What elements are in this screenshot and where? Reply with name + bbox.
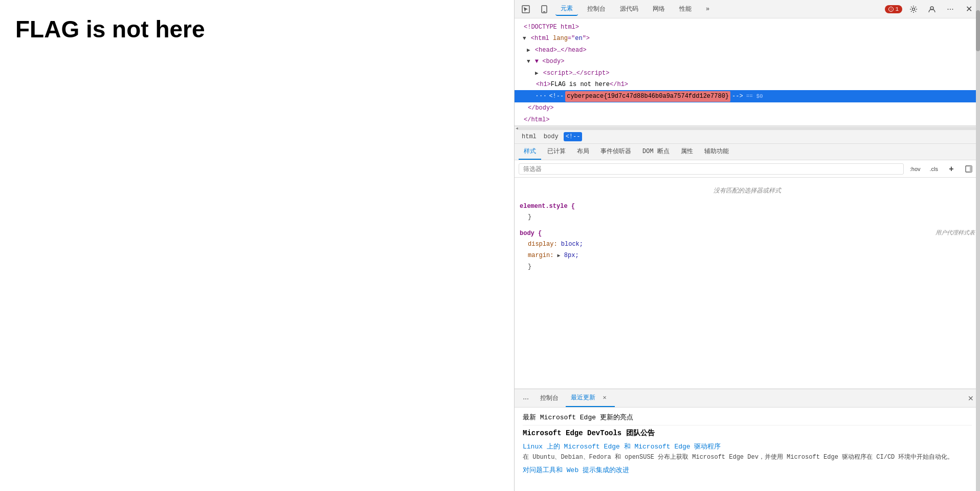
element-style-close: } bbox=[520, 212, 975, 223]
devtools-tab-performance[interactable]: 性能 bbox=[674, 3, 697, 15]
filter-cls-btn[interactable]: .cls bbox=[927, 165, 942, 173]
flag-value: cyberpeace{19d7c47d88b46b0a9a7574fdd12e7… bbox=[565, 91, 730, 101]
style-tab-dom-breakpoints[interactable]: DOM 断点 bbox=[637, 144, 675, 160]
edge-link-linux-desc: 在 Ubuntu、Debian、Fedora 和 openSUSE 分布上获取 … bbox=[523, 453, 972, 461]
devtools-toolbar: 元素 控制台 源代码 网络 性能 » ! 1 ··· ✕ bbox=[515, 0, 980, 18]
style-tab-computed[interactable]: 已计算 bbox=[542, 144, 571, 160]
main-page-content: FLAG is not here bbox=[0, 0, 514, 491]
element-style-rule: element.style { } bbox=[520, 201, 975, 223]
style-tab-styles[interactable]: 样式 bbox=[519, 144, 541, 160]
error-badge[interactable]: ! 1 bbox=[885, 5, 902, 13]
close-devtools-button[interactable]: ✕ bbox=[962, 2, 976, 16]
body-style-rule: body { 用户代理样式表 display: block; margin: ▶… bbox=[520, 228, 975, 272]
body-style-display[interactable]: display: block; bbox=[520, 239, 975, 250]
body-style-close: } bbox=[520, 262, 975, 273]
devtools-tab-elements[interactable]: 元素 bbox=[555, 2, 578, 16]
style-tabs: 样式 已计算 布局 事件侦听器 DOM 断点 属性 辅助功能 bbox=[515, 144, 980, 160]
inspect-element-icon[interactable] bbox=[519, 2, 533, 16]
devtools-panel: 元素 控制台 源代码 网络 性能 » ! 1 ··· ✕ <!DOCTYPE h… bbox=[514, 0, 980, 491]
edge-link-linux[interactable]: Linux 上的 Microsoft Edge 和 Microsoft Edge… bbox=[523, 443, 721, 451]
right-scrollbar-thumb[interactable] bbox=[976, 10, 980, 51]
add-style-rule-btn[interactable]: + bbox=[944, 162, 959, 176]
body-style-source: 用户代理样式表 bbox=[542, 228, 975, 240]
breadcrumb-comment[interactable]: <!-- bbox=[564, 132, 583, 141]
device-emulation-icon[interactable] bbox=[537, 2, 551, 16]
devtools-tab-sources[interactable]: 源代码 bbox=[615, 3, 643, 15]
dom-breadcrumb: html body <!-- bbox=[515, 130, 980, 144]
devtools-tab-more[interactable]: » bbox=[701, 4, 715, 15]
bottom-panel: ··· 控制台 最近更新 ✕ ✕ 最新 Microsoft Edge 更新的亮点… bbox=[515, 389, 980, 491]
element-style-selector[interactable]: element.style { bbox=[520, 201, 975, 212]
bottom-more-btn[interactable]: ··· bbox=[519, 391, 533, 405]
error-count: 1 bbox=[895, 6, 899, 12]
dom-dots-btn[interactable]: ··· bbox=[535, 91, 547, 102]
devtools-tab-console[interactable]: 控制台 bbox=[582, 3, 611, 15]
svg-rect-8 bbox=[970, 166, 972, 172]
style-tab-properties[interactable]: 属性 bbox=[676, 144, 698, 160]
no-match-message: 没有匹配的选择器或样式 bbox=[520, 182, 975, 201]
bottom-tab-console[interactable]: 控制台 bbox=[535, 391, 564, 405]
body-style-selector-row[interactable]: body { 用户代理样式表 bbox=[520, 228, 975, 240]
dom-comment-selected[interactable]: ··· <!-- cyberpeace{19d7c47d88b46b0a9a75… bbox=[515, 90, 980, 102]
dom-doctype[interactable]: <!DOCTYPE html> bbox=[515, 22, 980, 33]
styles-panel: 没有匹配的选择器或样式 element.style { } body { 用户代… bbox=[515, 178, 980, 389]
edge-link-issues[interactable]: 对问题工具和 Web 提示集成的改进 bbox=[523, 466, 629, 474]
bottom-tabs: ··· 控制台 最近更新 ✕ ✕ bbox=[515, 389, 980, 408]
dom-html-close[interactable]: </html> bbox=[515, 114, 980, 125]
toggle-sidebar-btn[interactable] bbox=[962, 162, 976, 176]
style-tab-layout[interactable]: 布局 bbox=[572, 144, 594, 160]
breadcrumb-html[interactable]: html bbox=[520, 132, 539, 141]
bottom-tab-recent-updates[interactable]: 最近更新 ✕ bbox=[566, 390, 615, 407]
style-filter-input[interactable] bbox=[519, 163, 904, 175]
page-heading: FLAG is not here bbox=[15, 15, 499, 43]
dom-body-open[interactable]: ▼ <body> bbox=[515, 56, 980, 67]
filter-hov-btn[interactable]: :hov bbox=[907, 165, 924, 173]
edge-devtools-title: Microsoft Edge DevTools 团队公告 bbox=[523, 429, 972, 438]
svg-point-5 bbox=[912, 8, 915, 10]
dom-inspector: <!DOCTYPE html> <html lang="en"> <head>…… bbox=[515, 18, 980, 126]
svg-rect-2 bbox=[543, 11, 545, 12]
body-style-margin[interactable]: margin: ▶ 8px; bbox=[520, 250, 975, 262]
user-feedback-icon[interactable] bbox=[925, 2, 939, 16]
style-tab-event-listeners[interactable]: 事件侦听器 bbox=[595, 144, 636, 160]
bottom-panel-content: 最新 Microsoft Edge 更新的亮点 Microsoft Edge D… bbox=[515, 408, 980, 491]
dom-h1[interactable]: <h1>FLAG is not here</h1> bbox=[515, 79, 980, 90]
breadcrumb-body[interactable]: body bbox=[542, 132, 561, 141]
right-scrollbar[interactable] bbox=[976, 0, 980, 491]
dom-script[interactable]: <script>…</script> bbox=[515, 68, 980, 79]
style-tab-accessibility[interactable]: 辅助功能 bbox=[699, 144, 734, 160]
more-options-icon[interactable]: ··· bbox=[943, 2, 957, 16]
svg-text:!: ! bbox=[890, 8, 892, 12]
settings-icon[interactable] bbox=[906, 2, 921, 16]
edge-announcement-title: 最新 Microsoft Edge 更新的亮点 bbox=[523, 413, 972, 422]
devtools-tab-network[interactable]: 网络 bbox=[648, 3, 670, 15]
dom-html-open[interactable]: <html lang="en"> bbox=[515, 33, 980, 44]
dom-horizontal-scrollbar[interactable]: ◀ ▶ bbox=[515, 126, 980, 130]
style-filter-bar: :hov .cls + bbox=[515, 160, 980, 178]
bottom-tab-close-btn[interactable]: ✕ bbox=[599, 393, 610, 403]
dom-body-close[interactable]: </body> bbox=[515, 102, 980, 114]
bottom-panel-close-btn[interactable]: ✕ bbox=[966, 393, 976, 403]
dom-head[interactable]: <head>…</head> bbox=[515, 45, 980, 56]
hscroll-bar[interactable] bbox=[518, 127, 976, 130]
